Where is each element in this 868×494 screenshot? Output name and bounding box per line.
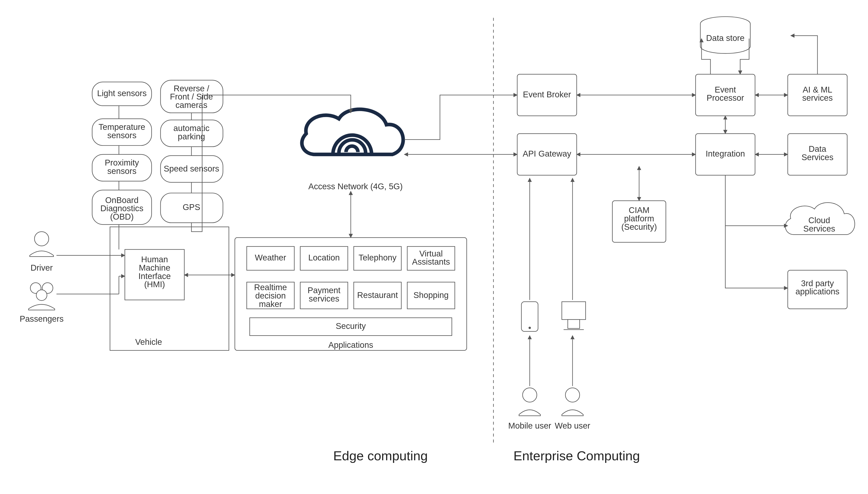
edge-datastore-aiml bbox=[791, 36, 817, 74]
sensor-col-left: Light sensors Temperaturesensors Proximi… bbox=[92, 82, 152, 225]
svg-point-64 bbox=[565, 388, 580, 402]
svg-text:Mobile user: Mobile user bbox=[508, 421, 551, 430]
svg-text:Restaurant: Restaurant bbox=[357, 290, 398, 300]
enterprise-section-label: Enterprise Computing bbox=[513, 449, 640, 463]
svg-point-0 bbox=[35, 231, 49, 246]
svg-text:Shopping: Shopping bbox=[413, 290, 449, 300]
mobile-icon bbox=[521, 302, 538, 331]
svg-text:3rd partyapplications: 3rd partyapplications bbox=[796, 279, 839, 296]
passengers-label: Passengers bbox=[20, 314, 64, 323]
web-user-icon bbox=[562, 388, 583, 416]
svg-text:Location: Location bbox=[308, 253, 340, 262]
svg-text:GPS: GPS bbox=[183, 203, 200, 212]
desktop-icon bbox=[562, 302, 585, 330]
svg-text:Data store: Data store bbox=[706, 33, 744, 43]
driver-label: Driver bbox=[31, 263, 53, 272]
svg-text:Proximitysensors: Proximitysensors bbox=[105, 158, 139, 176]
mobile-user-icon bbox=[519, 388, 540, 416]
svg-text:Light sensors: Light sensors bbox=[97, 89, 147, 98]
svg-text:Telephony: Telephony bbox=[359, 253, 396, 262]
vehicle-label: Vehicle bbox=[135, 337, 162, 347]
svg-text:Web user: Web user bbox=[555, 421, 590, 430]
svg-point-58 bbox=[529, 327, 531, 329]
svg-text:automaticparking: automaticparking bbox=[174, 124, 210, 141]
driver-icon bbox=[30, 231, 54, 256]
cloud-icon bbox=[302, 109, 403, 154]
svg-rect-60 bbox=[568, 320, 580, 328]
edge-integration-thirdparty bbox=[725, 226, 788, 288]
svg-text:Paymentservices: Paymentservices bbox=[308, 286, 341, 303]
svg-text:Weather: Weather bbox=[255, 253, 286, 262]
access-network-label: Access Network (4G, 5G) bbox=[308, 182, 403, 191]
svg-point-62 bbox=[523, 388, 537, 402]
passengers-icon bbox=[29, 283, 55, 310]
svg-rect-59 bbox=[562, 302, 585, 320]
svg-text:Speed sensors: Speed sensors bbox=[164, 164, 219, 173]
security-label: Security bbox=[336, 321, 366, 331]
svg-text:AI & MLservices: AI & MLservices bbox=[802, 85, 833, 103]
svg-text:Realtimedecisionmaker: Realtimedecisionmaker bbox=[254, 283, 287, 308]
svg-text:Event Broker: Event Broker bbox=[523, 90, 571, 99]
edge-section-label: Edge computing bbox=[333, 449, 428, 463]
edge-integration-cloudservices bbox=[725, 175, 788, 226]
svg-text:Reverse /Front / Sidecameras: Reverse /Front / Sidecameras bbox=[170, 84, 213, 110]
svg-point-3 bbox=[36, 290, 47, 301]
svg-text:Integration: Integration bbox=[706, 149, 745, 158]
svg-text:API Gateway: API Gateway bbox=[523, 149, 571, 158]
applications-label: Applications bbox=[328, 340, 373, 349]
edge-cloud-broker bbox=[404, 95, 517, 139]
architecture-diagram: Driver Passengers Vehicle Light sensors … bbox=[0, 0, 868, 493]
